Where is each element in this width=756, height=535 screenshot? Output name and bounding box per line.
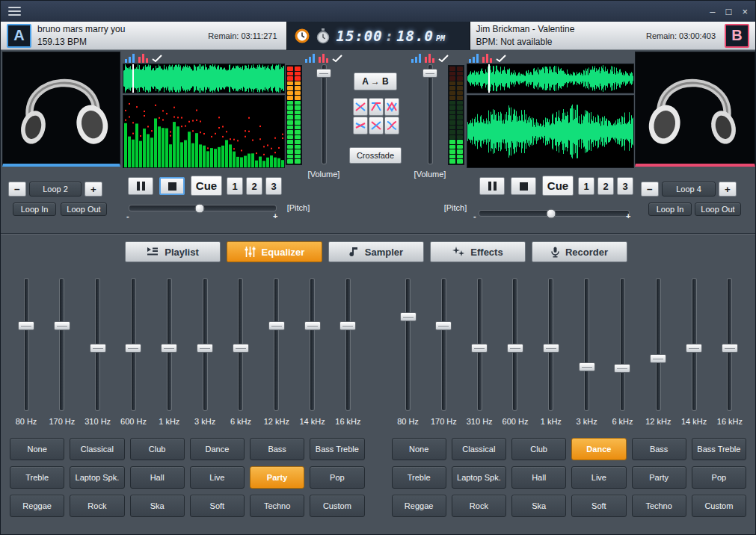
preset-none-a[interactable]: None (10, 438, 64, 460)
preset-reggae-b[interactable]: Reggae (392, 495, 446, 517)
deck-a-meter-bars-icon[interactable] (305, 54, 316, 63)
eq-handle[interactable] (400, 312, 417, 321)
eq-slider-a-7[interactable] (239, 279, 242, 410)
preset-techno-b[interactable]: Techno (632, 495, 686, 517)
eq-handle[interactable] (722, 344, 738, 353)
deck-b-meter-peaks-icon[interactable] (425, 54, 436, 63)
eq-slider-a-1[interactable] (25, 279, 28, 410)
preset-treble-b[interactable]: Treble (392, 466, 446, 489)
preset-bass-treble-a[interactable]: Bass Treble (310, 438, 364, 460)
preset-bass-a[interactable]: Bass (250, 438, 304, 460)
preset-party-b[interactable]: Party (632, 466, 686, 489)
eq-handle[interactable] (435, 321, 452, 330)
eq-handle[interactable] (304, 321, 321, 330)
maximize-button[interactable]: □ (726, 7, 732, 16)
crossfade-curve-5-button[interactable] (369, 117, 384, 134)
deck-b-view-bars-icon[interactable] (469, 54, 480, 63)
deck-b-view-peaks-icon[interactable] (482, 54, 494, 63)
volume-b-handle[interactable] (422, 69, 437, 78)
eq-handle[interactable] (686, 344, 702, 353)
pause-a-button[interactable] (128, 177, 153, 195)
crossfade-curve-4-button[interactable] (353, 117, 368, 134)
hotcue-b-2-button[interactable]: 2 (597, 177, 614, 195)
preset-bass-b[interactable]: Bass (632, 438, 686, 460)
preset-none-b[interactable]: None (392, 438, 446, 460)
waveform-a[interactable] (123, 64, 285, 93)
preset-pop-a[interactable]: Pop (310, 466, 364, 489)
eq-slider-b-2[interactable] (442, 279, 446, 410)
cue-b-button[interactable]: Cue (542, 176, 574, 196)
preset-ska-a[interactable]: Ska (130, 495, 185, 517)
preset-dance-a[interactable]: Dance (190, 438, 245, 460)
deck-a-meter-peaks-icon[interactable] (319, 54, 330, 63)
loop-in-a-button[interactable]: Loop In (13, 202, 56, 216)
preset-custom-a[interactable]: Custom (310, 495, 364, 517)
eq-slider-b-4[interactable] (513, 279, 517, 410)
eq-handle[interactable] (268, 321, 285, 330)
eq-handle[interactable] (18, 321, 34, 330)
preset-treble-a[interactable]: Treble (10, 466, 64, 489)
clock-icon[interactable] (295, 28, 310, 43)
loop-out-a-button[interactable]: Loop Out (61, 202, 107, 216)
tab-recorder[interactable]: Recorder (532, 241, 627, 262)
preset-rock-b[interactable]: Rock (452, 495, 506, 517)
volume-slider-a[interactable] (322, 65, 326, 164)
stop-b-button[interactable] (511, 177, 536, 195)
overview-b[interactable] (467, 95, 634, 168)
preset-laptop-spk--a[interactable]: Laptop Spk. (70, 466, 124, 489)
eq-slider-b-9[interactable] (692, 279, 696, 410)
eq-handle[interactable] (507, 344, 523, 353)
preset-soft-a[interactable]: Soft (190, 495, 245, 517)
preset-soft-b[interactable]: Soft (571, 495, 626, 517)
loop-b-decrease-button[interactable]: − (641, 182, 659, 197)
eq-slider-a-8[interactable] (274, 279, 278, 410)
eq-handle[interactable] (197, 344, 213, 353)
eq-handle[interactable] (233, 344, 249, 353)
crossfade-curve-1-button[interactable] (353, 98, 368, 116)
preset-pop-b[interactable]: Pop (692, 466, 746, 489)
eq-handle[interactable] (543, 344, 559, 353)
loop-out-b-button[interactable]: Loop Out (695, 202, 741, 216)
eq-slider-b-5[interactable] (549, 279, 553, 410)
loop-a-increase-button[interactable]: + (84, 182, 102, 197)
eq-handle[interactable] (54, 321, 70, 330)
tab-playlist[interactable]: Playlist (125, 241, 221, 262)
hotcue-a-2-button[interactable]: 2 (246, 177, 262, 195)
eq-slider-b-3[interactable] (478, 279, 482, 410)
deck-a-meter-wave-icon[interactable] (332, 54, 343, 63)
stopwatch-icon[interactable] (316, 28, 330, 44)
tab-effects[interactable]: Effects (430, 241, 526, 262)
volume-slider-b[interactable] (428, 65, 432, 164)
waveform-b[interactable] (467, 64, 634, 93)
eq-handle[interactable] (125, 344, 141, 353)
eq-slider-b-7[interactable] (621, 279, 624, 410)
preset-reggae-a[interactable]: Reggae (10, 495, 64, 517)
eq-slider-a-3[interactable] (96, 279, 99, 410)
loop-a-decrease-button[interactable]: − (8, 182, 26, 197)
crossfade-curve-6-button[interactable] (384, 117, 399, 134)
crossfade-curve-3-button[interactable] (384, 98, 399, 116)
deck-b-meter-bars-icon[interactable] (411, 54, 422, 63)
pitch-a-handle[interactable] (195, 203, 205, 213)
crossfade-button[interactable]: Crossfade (349, 147, 402, 164)
preset-classical-b[interactable]: Classical (452, 438, 506, 460)
pause-b-button[interactable] (479, 177, 505, 195)
eq-handle[interactable] (650, 354, 666, 363)
eq-handle[interactable] (339, 321, 356, 330)
eq-slider-a-2[interactable] (60, 279, 64, 410)
eq-handle[interactable] (90, 344, 106, 353)
minimize-button[interactable]: – (710, 7, 715, 16)
stop-a-button[interactable] (159, 177, 185, 195)
eq-handle[interactable] (614, 364, 630, 373)
pitch-slider-b[interactable] (479, 211, 629, 216)
eq-slider-a-9[interactable] (310, 279, 314, 410)
preset-bass-treble-b[interactable]: Bass Treble (692, 438, 746, 460)
preset-hall-b[interactable]: Hall (511, 466, 566, 489)
preset-classical-a[interactable]: Classical (70, 438, 124, 460)
eq-slider-a-10[interactable] (346, 279, 350, 410)
hotcue-a-1-button[interactable]: 1 (227, 177, 243, 195)
deck-b-meter-wave-icon[interactable] (438, 54, 449, 63)
deck-a-view-wave-icon[interactable] (152, 54, 163, 63)
deck-b-view-wave-icon[interactable] (496, 54, 507, 63)
preset-dance-b[interactable]: Dance (571, 438, 626, 460)
